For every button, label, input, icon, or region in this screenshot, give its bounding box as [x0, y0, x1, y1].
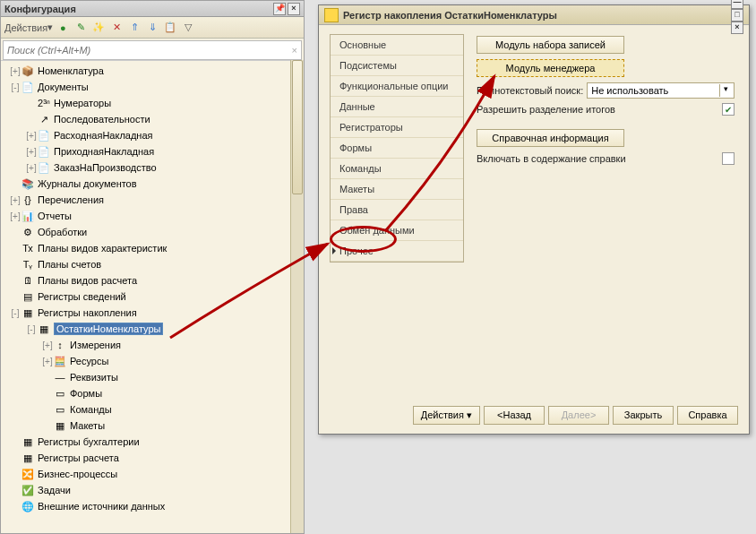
filter-icon[interactable]: ▽	[180, 20, 196, 36]
tree-node[interactable]: ▦Регистры расчета	[1, 450, 304, 466]
node-icon: ▦	[21, 451, 35, 465]
left-titlebar: Конфигурация 📌 ×	[1, 1, 304, 17]
tree-node[interactable]: ▭Команды	[1, 401, 304, 418]
clear-icon[interactable]: ×	[288, 45, 301, 56]
down-icon[interactable]: ⇓	[144, 20, 160, 36]
expander-icon[interactable]: [+]	[10, 66, 21, 76]
left-toolbar: Действия ▾ ● ✎ ✨ ✕ ⇑ ⇓ 📋 ▽	[1, 17, 304, 39]
tree-node[interactable]: [+]📄ЗаказНаПроизводство	[1, 159, 304, 176]
tab-Основные[interactable]: Основные	[331, 35, 463, 56]
tree-node[interactable]: 📚Журналы документов	[1, 176, 304, 192]
edit-icon[interactable]: ✎	[73, 20, 89, 36]
node-label: Журналы документов	[38, 178, 137, 189]
tab-Формы[interactable]: Формы	[331, 138, 463, 159]
expander-icon[interactable]: [+]	[42, 357, 53, 366]
expander-icon[interactable]: [-]	[26, 324, 37, 334]
chevron-down-icon[interactable]: ▾	[719, 84, 732, 97]
close-icon[interactable]: ×	[288, 3, 300, 15]
tree-node[interactable]: ▭Формы	[1, 385, 304, 401]
close-button[interactable]: Закрыть	[613, 406, 674, 425]
node-icon: ↗	[37, 112, 51, 126]
tree-node[interactable]: [+]↕Измерения	[1, 337, 304, 353]
tree-node[interactable]: ⚙Обработки	[1, 224, 304, 240]
tree-node[interactable]: 🌐Внешние источники данных	[1, 498, 304, 514]
node-label: Макеты	[70, 420, 105, 431]
help-button[interactable]: Справка	[677, 406, 738, 425]
delete-icon[interactable]: ✕	[108, 20, 125, 36]
magic-icon[interactable]: ✨	[90, 20, 107, 36]
allow-totals-checkbox[interactable]: ✔	[722, 103, 735, 116]
tree-node[interactable]: [-]▦ОстаткиНоменклатуры	[1, 321, 304, 337]
node-icon: ⚙	[21, 225, 35, 239]
next-button: Далее>	[548, 406, 609, 425]
expander-icon[interactable]: [+]	[42, 340, 53, 350]
tree-node[interactable]: ТᵧПланы счетов	[1, 256, 304, 272]
tree-node[interactable]: ✅Задачи	[1, 482, 304, 498]
search-box[interactable]: ×	[3, 40, 302, 60]
tree-node[interactable]: ▦Макеты	[1, 418, 304, 434]
tree-node[interactable]: 🔀Бизнес-процессы	[1, 466, 304, 482]
tree-node[interactable]: [+]📄ПриходнаяНакладная	[1, 143, 304, 159]
tree-node[interactable]: [+]{}Перечисления	[1, 192, 304, 208]
expander-icon[interactable]: [-]	[10, 308, 21, 318]
tree-node[interactable]: [+]🧮Ресурсы	[1, 353, 304, 369]
node-icon: 📄	[21, 80, 35, 94]
tree-node[interactable]: ↗Последовательности	[1, 111, 304, 127]
tab-Прочее[interactable]: Прочее	[331, 241, 463, 262]
tab-Права[interactable]: Права	[331, 200, 463, 220]
tree-node[interactable]: ▦Регистры бухгалтерии	[1, 434, 304, 450]
tree-node[interactable]: [+]📊Отчеты	[1, 208, 304, 224]
props-panel: Модуль набора записей Модуль менеджера П…	[473, 34, 738, 263]
actions-button[interactable]: Действия ▾	[413, 406, 480, 425]
node-icon: 📦	[21, 64, 35, 78]
node-label: Бизнес-процессы	[38, 469, 117, 479]
node-icon: Тх	[21, 241, 35, 255]
tree-node[interactable]: [-]📄Документы	[1, 79, 304, 95]
actions-dropdown[interactable]: Действия ▾	[4, 20, 53, 36]
tab-Функциональные опции[interactable]: Функциональные опции	[331, 76, 463, 97]
left-scrollbar[interactable]	[290, 60, 304, 533]
tree-node[interactable]: 🗓Планы видов расчета	[1, 272, 304, 289]
node-icon: {}	[21, 193, 35, 207]
left-title: Конфигурация	[4, 4, 76, 14]
expander-icon[interactable]: [+]	[26, 147, 37, 157]
fulltext-select[interactable]: Не использовать ▾	[587, 82, 735, 99]
add-icon[interactable]: ●	[55, 20, 71, 36]
tab-Регистраторы[interactable]: Регистраторы	[331, 117, 463, 138]
expander-icon[interactable]: [-]	[10, 82, 21, 92]
search-input[interactable]	[4, 45, 288, 56]
tab-Обмен данными[interactable]: Обмен данными	[331, 220, 463, 241]
include-help-checkbox[interactable]	[722, 152, 735, 165]
tree[interactable]: [+]📦Номенклатура[-]📄Документы2³ⁿНумерато…	[1, 60, 304, 533]
expander-icon[interactable]: [+]	[10, 211, 21, 221]
ref-info-button[interactable]: Справочная информация	[477, 129, 624, 147]
maximize-icon[interactable]: □	[731, 9, 743, 22]
tab-Макеты[interactable]: Макеты	[331, 179, 463, 200]
tab-Подсистемы[interactable]: Подсистемы	[331, 56, 463, 76]
tree-node[interactable]: [+]📄РасходнаяНакладная	[1, 127, 304, 143]
expander-icon[interactable]: [+]	[10, 195, 21, 205]
tree-node[interactable]: [-]▦Регистры накопления	[1, 305, 304, 321]
node-icon: ▭	[53, 402, 67, 417]
node-icon: ✅	[21, 483, 35, 497]
tab-Данные[interactable]: Данные	[331, 97, 463, 117]
back-button[interactable]: <Назад	[484, 406, 545, 425]
tree-node[interactable]: —Реквизиты	[1, 369, 304, 385]
configuration-panel: Конфигурация 📌 × Действия ▾ ● ✎ ✨ ✕ ⇑ ⇓ …	[0, 0, 305, 534]
pin-icon[interactable]: 📌	[273, 3, 286, 15]
minimize-icon[interactable]: —	[731, 0, 743, 9]
up-icon[interactable]: ⇑	[126, 20, 142, 36]
scroll-thumb[interactable]	[292, 60, 303, 194]
node-icon: ▦	[53, 418, 67, 433]
expander-icon[interactable]: [+]	[26, 131, 37, 141]
tree-node[interactable]: ТхПланы видов характеристик	[1, 240, 304, 256]
sort-icon[interactable]: 📋	[162, 20, 178, 36]
tree-node[interactable]: ▤Регистры сведений	[1, 289, 304, 305]
expander-icon[interactable]: [+]	[26, 163, 37, 173]
tab-Команды[interactable]: Команды	[331, 159, 463, 179]
tree-node[interactable]: 2³ⁿНумераторы	[1, 95, 304, 111]
node-label: РасходнаяНакладная	[54, 130, 153, 141]
module-manager-button[interactable]: Модуль менеджера	[477, 59, 624, 77]
tree-node[interactable]: [+]📦Номенклатура	[1, 63, 304, 79]
module-recordset-button[interactable]: Модуль набора записей	[477, 36, 624, 54]
